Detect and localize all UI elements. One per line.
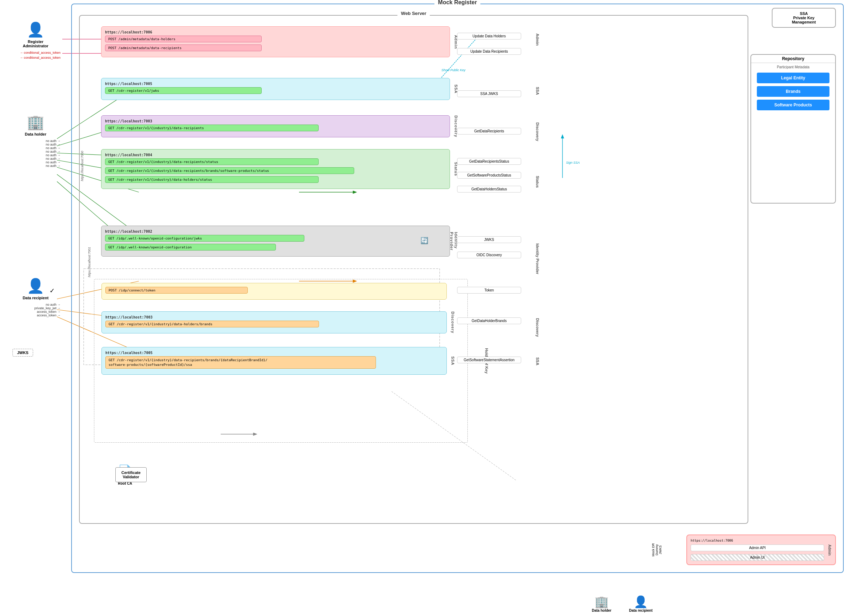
discovery-endpoint: GET /cdr-register/v1/{industry}/data-rec… (105, 124, 319, 131)
token-endpoint: POST /idp/connect/token (105, 287, 248, 294)
discovery-endpoint-row: GET /cdr-register/v1/{industry}/data-rec… (105, 124, 432, 131)
token-result: Token (457, 287, 521, 294)
cert-validator-box: CertificateValidator (115, 467, 147, 482)
holder-ssa-endpoint-row: GET /cdr-register/v1/{industry}/data-rec… (105, 356, 425, 369)
status-endpoint-1: GET /cdr-register/v1/{industry}/data-rec… (105, 158, 319, 165)
status-endpoint-row-3: GET /cdr-register/v1/{industry}/data-hol… (105, 176, 432, 183)
register-admin-icon: 👤 (11, 21, 60, 38)
idp-endpoint-row-1: GET /idp/.well-known/openid-configuratio… (105, 235, 432, 242)
update-data-holders-result: Update Data Holders (457, 33, 521, 39)
status-endpoint-3: GET /cdr-register/v1/{industry}/data-hol… (105, 176, 319, 183)
holder-discovery-endpoint-row: GET /cdr-register/v1/{industry}/data-hol… (105, 321, 425, 327)
web-server-box: Web Server https://localhost:7000 https:… (79, 15, 748, 524)
get-data-holders-status-result: GetDataHoldersStatus (457, 186, 521, 193)
discovery-section: https://localhost:7003 GET /cdr-register… (101, 115, 450, 137)
get-data-recipients-status-result: GetDataRecipientsStatus (457, 158, 521, 165)
main-container: Show Public Key Sign SSA 👤 RegisterAdmin… (0, 0, 864, 616)
holder-discovery-endpoint: GET /cdr-register/v1/{industry}/data-hol… (105, 321, 319, 327)
legal-entity-item: Legal Entity (757, 72, 829, 83)
ssa-endpoint-row: GET /cdr-register/v1/jwks (105, 87, 432, 94)
ssa-url: https://localhost:7005 (105, 82, 432, 86)
web-server-title: Web Server (397, 11, 430, 16)
discovery-url: https://localhost:7003 (105, 119, 432, 123)
get-data-recipients-result: GetDataRecipients (457, 128, 521, 135)
admin-bottom-box: https://localhost:7006 Admin API Admin U… (686, 534, 836, 565)
jwks-box: JWKS (13, 349, 33, 357)
data-recipient-bottom-actor: 👤 Data recipient (626, 595, 655, 613)
repository-title: Repository (751, 55, 835, 63)
holder-ssa-url: https://localhost:7005 (105, 351, 425, 355)
repository-box: Repository Participant Metadata Legal En… (751, 54, 836, 204)
mock-register-box: Mock Register Web Server https://localho… (71, 3, 844, 573)
admin-endpoint-2: POST /admin/metadata/data-recipients (105, 44, 262, 51)
status-endpoint-row-2: GET /cdr-register/v1/{industry}/data-rec… (105, 167, 432, 174)
admin-endpoint-row-1: POST /admin/metadata/data-holders (105, 36, 432, 42)
participant-metadata-label: Participant Metadata (751, 64, 835, 70)
data-holder-icon: 🏢 (11, 114, 60, 130)
ssa-pkm-title: SSAPrivate KeyManagement (775, 11, 833, 24)
status-section: https://localhost:7004 GET /cdr-register… (101, 149, 450, 189)
data-recipient-label: Data recipient (11, 296, 60, 300)
mock-register-title: Mock Register (434, 0, 480, 6)
get-data-holder-brands-result: GetDataHolderBrands (457, 317, 521, 324)
admin-bottom-label: Admin (828, 544, 832, 556)
data-holder-bottom-actor: 🏢 Data holder (587, 595, 616, 613)
holder-discovery-label: Discovery (451, 311, 455, 333)
token-endpoint-row: POST /idp/connect/token (105, 287, 443, 294)
status-endpoint-row-1: GET /cdr-register/v1/{industry}/data-rec… (105, 158, 432, 165)
status-endpoint-2: GET /cdr-register/v1/{industry}/data-rec… (105, 167, 354, 174)
holder-discovery-url: https://localhost:7003 (105, 315, 425, 319)
holder-ssa-label: SSA (451, 356, 455, 366)
admin-bottom-url: https://localhost:7006 (691, 539, 832, 542)
jwks-result: JWKS (457, 236, 521, 243)
admin-api-box: Admin API (691, 544, 824, 551)
data-holder-label: Data holder (11, 132, 60, 136)
get-ssa-result: GetSoftwareStatementAssertion (457, 357, 521, 363)
register-admin-actor: 👤 RegisterAdministrator → conditional_ac… (11, 21, 60, 60)
admin-endpoint-1: POST /admin/metadata/data-holders (105, 36, 262, 42)
brands-item: Brands (757, 86, 829, 97)
data-recipient-actor: 👤 ✓ Data recipient no auth → private_key… (11, 278, 60, 317)
ssa-pkm-box: SSAPrivate KeyManagement (772, 8, 836, 28)
admin-endpoint-row-2: POST /admin/metadata/data-recipients (105, 44, 432, 51)
idp-endpoint-2: GET /idp/.well-known/openid-configuratio… (105, 244, 276, 250)
get-software-products-status-result: GetSoftwareProductsStatus (457, 172, 521, 179)
admin-section: https://localhost:7006 POST /admin/metad… (101, 26, 450, 57)
idp-endpoint-1: GET /idp/.well-known/openid-configuratio… (105, 235, 304, 242)
data-holder-actor: 🏢 Data holder no auth → no auth → no aut… (11, 114, 60, 168)
ssa-jwks-result: SSA JWKS (457, 90, 521, 97)
holder-ssa-endpoint: GET /cdr-register/v1/{industry}/data-rec… (105, 356, 376, 369)
idp-url: https://localhost:7002 (105, 229, 432, 233)
admin-url: https://localhost:7006 (105, 30, 432, 34)
software-products-item: Software Products (757, 100, 829, 110)
oidc-discovery-result: OIDC Discovery (457, 251, 521, 258)
mock-dr-jwks-label: Mock DRDummy JWKS (652, 543, 662, 557)
idp-endpoint-row-2: GET /idp/.well-known/openid-configuratio… (105, 244, 432, 250)
ssa-endpoint: GET /cdr-register/v1/jwks (105, 87, 262, 94)
ssa-section: https://localhost:7005 GET /cdr-register… (101, 78, 450, 100)
admin-ui-box: Admin UI (691, 554, 824, 561)
update-data-recipients-result: Update Data Recipients (457, 48, 521, 55)
idp-section: https://localhost:7002 🔄 GET /idp/.well-… (101, 226, 450, 256)
status-url: https://localhost:7004 (105, 153, 432, 157)
register-admin-label: RegisterAdministrator (11, 39, 60, 48)
